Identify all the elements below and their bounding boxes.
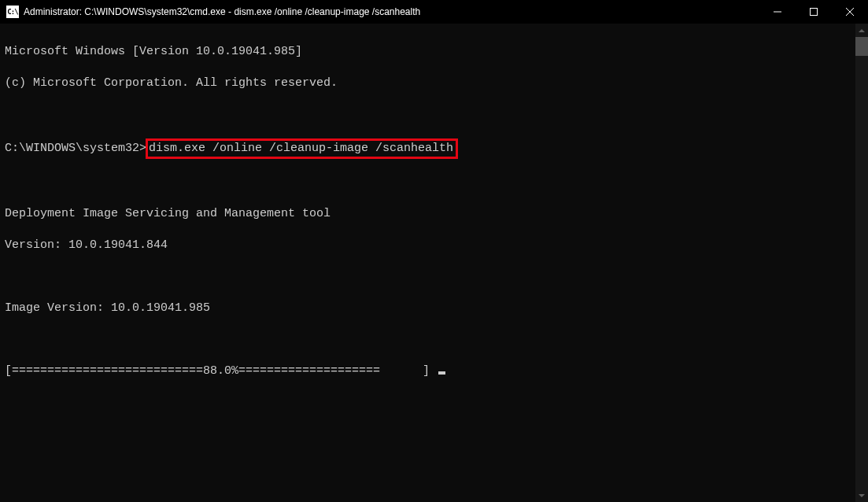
svg-rect-1 — [811, 9, 818, 16]
prompt-text: C:\WINDOWS\system32> — [5, 142, 146, 155]
svg-marker-4 — [859, 29, 865, 32]
minimize-button[interactable] — [759, 0, 796, 24]
maximize-icon — [810, 8, 818, 16]
close-icon — [846, 8, 854, 16]
scroll-track[interactable] — [855, 37, 868, 489]
progress-line: [===========================88.0%=======… — [5, 364, 863, 379]
command-line: C:\WINDOWS\system32>dism.exe /online /cl… — [5, 138, 863, 159]
title-bar-left: C:\ Administrator: C:\WINDOWS\system32\c… — [0, 6, 420, 18]
window-controls — [759, 0, 868, 24]
cursor — [438, 371, 445, 375]
title-bar[interactable]: C:\ Administrator: C:\WINDOWS\system32\c… — [0, 0, 868, 24]
scroll-thumb[interactable] — [855, 37, 868, 56]
maximize-button[interactable] — [796, 0, 832, 24]
progress-bar: [===========================88.0%=======… — [5, 364, 437, 378]
window-title: Administrator: C:\WINDOWS\system32\cmd.e… — [24, 6, 420, 17]
tool-name-line: Deployment Image Servicing and Managemen… — [5, 206, 863, 222]
cmd-icon: C:\ — [6, 6, 19, 18]
scroll-down-button[interactable] — [855, 489, 868, 502]
command-highlight: dism.exe /online /cleanup-image /scanhea… — [146, 138, 458, 159]
minimize-icon — [774, 8, 781, 16]
version-line: Microsoft Windows [Version 10.0.19041.98… — [5, 44, 863, 60]
vertical-scrollbar[interactable] — [855, 24, 868, 502]
chevron-down-icon — [859, 494, 865, 497]
image-version-line: Image Version: 10.0.19041.985 — [5, 301, 863, 316]
scroll-up-button[interactable] — [855, 24, 868, 37]
tool-version-line: Version: 10.0.19041.844 — [5, 238, 863, 253]
close-button[interactable] — [832, 0, 868, 24]
chevron-up-icon — [859, 29, 865, 32]
svg-marker-5 — [859, 494, 865, 497]
copyright-line: (c) Microsoft Corporation. All rights re… — [5, 76, 863, 91]
terminal-output[interactable]: Microsoft Windows [Version 10.0.19041.98… — [0, 24, 868, 400]
command-text: dism.exe /online /cleanup-image /scanhea… — [149, 142, 453, 155]
